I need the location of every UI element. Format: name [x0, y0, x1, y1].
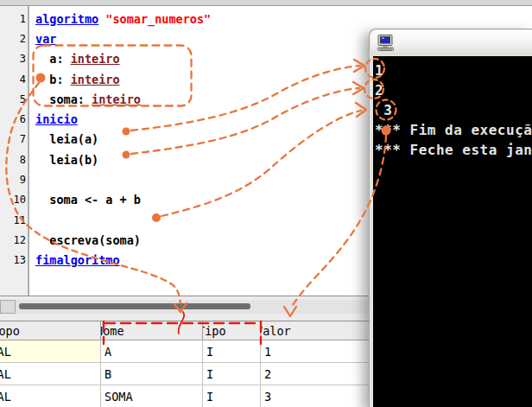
- line-number: 4: [0, 73, 29, 86]
- line-number: 12: [0, 234, 29, 246]
- code-text: algoritmo "somar_numeros": [35, 12, 211, 26]
- code-text: soma <- a + b: [35, 193, 141, 207]
- table-cell: B: [101, 363, 203, 385]
- line-number: 1: [0, 13, 29, 25]
- table-cell: GLOBAL: [0, 340, 101, 363]
- toolbar-edge: [0, 0, 532, 6]
- code-text: b: inteiro: [35, 73, 120, 86]
- console-titlebar[interactable]: [370, 30, 532, 55]
- console-line: *** Fim da execuçã: [375, 120, 532, 140]
- code-text: soma: inteiro: [35, 92, 141, 106]
- line-number: 10: [0, 194, 29, 206]
- code-line[interactable]: 1algoritmo "somar_numeros": [0, 9, 532, 29]
- table-cell: GLOBAL: [0, 385, 101, 407]
- column-header-tipo: Tipo: [203, 321, 261, 340]
- table-cell: I: [203, 385, 261, 407]
- console-line: *** Feche esta jan: [375, 140, 532, 160]
- column-header-escopo: Escopo: [0, 321, 101, 340]
- line-number: 8: [0, 154, 29, 166]
- line-number: 2: [0, 33, 29, 45]
- console-line: 3: [375, 100, 532, 120]
- code-text: a: inteiro: [35, 52, 120, 66]
- hscrollbar-thumb[interactable]: [19, 303, 250, 309]
- code-text: escreva(soma): [35, 233, 141, 247]
- table-cell: SOMA: [101, 385, 203, 407]
- table-cell: I: [203, 340, 261, 363]
- code-text: inicio: [35, 112, 78, 126]
- hscrollbar-left-arrow-button[interactable]: [0, 300, 16, 314]
- table-cell: GLOBAL: [0, 363, 101, 385]
- code-text: leia(b): [35, 153, 98, 167]
- console-lines: 12 3*** Fim da execuçã*** Feche esta jan: [375, 60, 532, 160]
- code-text: fimalgoritmo: [35, 253, 120, 267]
- line-number: 6: [0, 113, 29, 125]
- line-number: 7: [0, 133, 29, 145]
- line-number: 5: [0, 93, 29, 105]
- ms-dos-computer-icon: [377, 35, 395, 52]
- line-number: 11: [0, 214, 29, 226]
- console-line: 1: [375, 60, 532, 80]
- table-cell: I: [203, 363, 261, 385]
- line-number: 3: [0, 53, 29, 65]
- console-line: 2: [375, 80, 532, 100]
- column-header-nome: Nome: [101, 321, 203, 340]
- line-number: 13: [0, 254, 29, 266]
- code-text: leia(a): [35, 132, 98, 146]
- line-number: 9: [0, 174, 29, 186]
- code-text: var: [35, 32, 56, 46]
- console-window[interactable]: 12 3*** Fim da execuçã*** Feche esta jan: [369, 29, 532, 407]
- console-output-area[interactable]: 12 3*** Fim da execuçã*** Feche esta jan: [373, 56, 532, 407]
- table-cell: A: [101, 340, 203, 363]
